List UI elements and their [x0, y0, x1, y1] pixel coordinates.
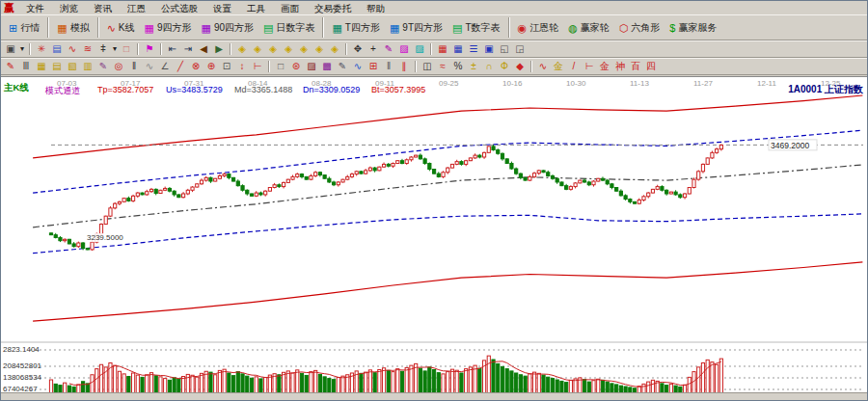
toolbar-separator [230, 43, 231, 55]
book-icon[interactable]: ◫ [420, 59, 435, 74]
kline-chart-svg[interactable]: 3469.20002823.14042084528011380685346740… [1, 77, 867, 396]
diamond-nav-center-icon[interactable]: ◈ [327, 41, 342, 57]
layer-magenta-icon[interactable]: ▨ [396, 41, 412, 57]
export-image-icon[interactable]: ◲ [512, 41, 528, 57]
delete-cross-icon[interactable]: ⊗ [188, 59, 203, 74]
menu-item-9[interactable]: 交易委托 [307, 3, 359, 13]
fib-arc-icon[interactable]: ∩ [481, 59, 497, 74]
menu-item-10[interactable]: 帮助 [359, 3, 393, 13]
menu-item-2[interactable]: 浏览 [52, 3, 86, 13]
square9-button[interactable]: ▦9四方形 [140, 19, 197, 37]
flag-mark-icon[interactable]: ⚑ [142, 41, 157, 57]
region-select-icon[interactable]: □ [119, 41, 134, 57]
gann-wheel-button[interactable]: ◉江恩轮 [513, 19, 564, 37]
next-page-icon[interactable]: ▶ [211, 41, 227, 57]
calendar-icon[interactable]: ▦ [435, 41, 450, 57]
wave-tool-icon[interactable]: ∿ [535, 59, 551, 74]
menu-item-5[interactable]: 公式选股 [153, 3, 205, 13]
quote-button[interactable]: ⊞行情 [4, 19, 44, 37]
diamond-nav-left-icon[interactable]: ◈ [234, 41, 250, 57]
phi-tool-icon[interactable]: Φ [497, 59, 512, 74]
data-table-icon[interactable]: ▦ [450, 41, 466, 57]
t9-square-button[interactable]: ▦9T四方形 [385, 19, 448, 37]
vertical-grid-icon[interactable]: Ⅲ [18, 59, 34, 74]
candle-dropdown-arrow[interactable]: ▾ [111, 41, 119, 57]
barcode-icon[interactable]: ‖ [381, 59, 396, 74]
shade-box-icon[interactable]: ▩ [319, 59, 335, 74]
first-page-icon[interactable]: ⇤ [165, 41, 180, 57]
data-list-icon[interactable]: ☰ [466, 41, 481, 57]
divide-line-icon[interactable]: / [566, 59, 582, 74]
wave-segment-icon[interactable]: ∿ [350, 59, 366, 74]
parallel-lines-icon[interactable]: ∥ [396, 59, 412, 74]
indicator-name[interactable]: 模式通道 [45, 85, 80, 97]
curve-pin-icon[interactable]: ✎ [381, 41, 396, 57]
gann-magic-line-icon[interactable]: 神 [612, 59, 628, 74]
last-page-icon[interactable]: ⇥ [180, 41, 196, 57]
hexagon-button[interactable]: ⬡六角形 [614, 19, 665, 37]
t-square-button[interactable]: ▦T四方形 [327, 19, 385, 37]
menu-item-8[interactable]: 画面 [273, 3, 307, 13]
golden-ratio-icon[interactable]: ± [466, 59, 481, 74]
diamond-nav-expand-icon[interactable]: ◈ [296, 41, 312, 57]
crosshair-icon[interactable]: + [366, 41, 381, 57]
diamond-nav-up-icon[interactable]: ◈ [281, 41, 296, 57]
measure-icon[interactable]: ⊢ [250, 59, 265, 74]
simulate-button[interactable]: ▦模拟 [52, 19, 94, 37]
winner-wheel-button[interactable]: ◍赢家轮 [563, 19, 614, 37]
angle-fan-icon[interactable]: ∠ [157, 59, 173, 74]
cycle-ruler-icon[interactable]: ▥ [80, 59, 95, 74]
copy-chart-icon[interactable]: ◱ [497, 41, 512, 57]
market-overview-icon[interactable]: ✳ [34, 41, 49, 57]
pan-hand-icon[interactable]: ✥ [350, 41, 366, 57]
prev-page-icon[interactable]: ◀ [196, 41, 211, 57]
frame-tool-icon[interactable]: ⊡ [219, 59, 234, 74]
trend-wave-icon[interactable]: ≈ [435, 59, 450, 74]
diamond-nav-down-icon[interactable]: ◈ [265, 41, 281, 57]
zigzag-icon[interactable]: ∿ [142, 59, 157, 74]
multi-day-minute-icon[interactable]: ≋ [80, 41, 95, 57]
save-icon[interactable]: ▣ [481, 41, 497, 57]
target-circle-icon[interactable]: ◎ [111, 59, 126, 74]
ray-burst-icon[interactable]: ⊛ [288, 59, 304, 74]
percent-lines-icon[interactable]: % [450, 59, 466, 74]
period-selector[interactable]: ▣ [3, 41, 18, 57]
diamond-nav-right-icon[interactable]: ◈ [250, 41, 265, 57]
menu-item-3[interactable]: 资讯 [86, 3, 120, 13]
t-number-table-button[interactable]: ▤T数字表 [448, 19, 505, 37]
square-line-icon[interactable]: 四 [643, 59, 659, 74]
add-cross-icon[interactable]: ⊕ [203, 59, 219, 74]
period-dropdown-arrow[interactable]: ▾ [18, 41, 26, 57]
gap-lines-icon[interactable]: ‖ [126, 59, 142, 74]
updown-arrow-icon[interactable]: ↕ [234, 59, 250, 74]
marker-pen-icon[interactable]: ✎ [95, 59, 111, 74]
gann-angles-icon[interactable]: ▨ [304, 59, 319, 74]
menu-item-6[interactable]: 设置 [205, 3, 239, 13]
trellis-icon[interactable]: ⊞ [366, 59, 381, 74]
square90-button[interactable]: ▦90四方形 [196, 19, 258, 37]
winner-service-button[interactable]: $赢家服务 [665, 19, 721, 37]
menu-item-4[interactable]: 江恩 [120, 3, 153, 13]
day-number-table-button[interactable]: ▤日数字表 [258, 19, 319, 37]
speed-line-icon[interactable]: ╱ [173, 59, 188, 74]
layer-cyan-icon[interactable]: ▨ [412, 41, 427, 57]
candle-chart-icon[interactable]: ǂ [95, 41, 111, 57]
gann-grid-tool-icon[interactable]: ▤ [49, 59, 65, 74]
menu-item-7[interactable]: 工具 [239, 3, 273, 13]
gold-angle-icon[interactable]: 金 [597, 59, 612, 74]
pencil-line-icon[interactable]: ✎ [335, 59, 350, 74]
gold-section-icon[interactable]: 金 [551, 59, 566, 74]
diamond-mark-icon[interactable]: ◆ [512, 59, 528, 74]
kline-button[interactable]: ∿K线 [102, 19, 140, 37]
rect-tool-icon[interactable]: □ [273, 59, 288, 74]
t-line-icon[interactable]: ⊢ [582, 59, 597, 74]
chart-area[interactable]: 3469.20002823.14042084528011380685346740… [1, 76, 867, 396]
info-browse-icon[interactable]: ▤ [49, 41, 65, 57]
percent-line-icon[interactable]: 百 [628, 59, 643, 74]
gann-square-tool-icon[interactable]: ▦ [34, 59, 49, 74]
minute-line-icon[interactable]: ∿ [65, 41, 80, 57]
diamond-nav-shrink-icon[interactable]: ◈ [312, 41, 327, 57]
menu-item-1[interactable]: 文件 [18, 3, 52, 13]
brush-icon[interactable]: ✎ [3, 59, 18, 74]
gann-fan-tool-icon[interactable]: ▧ [65, 59, 80, 74]
